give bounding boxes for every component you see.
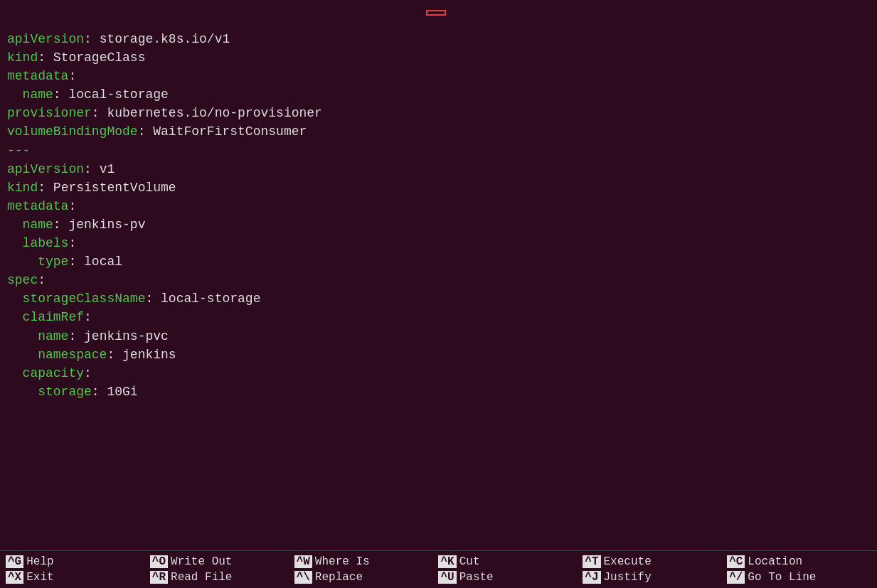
shortcut-label: Location bbox=[748, 555, 802, 568]
shortcut-key: ^R bbox=[150, 571, 168, 584]
editor-line: namespace: jenkins bbox=[7, 346, 870, 364]
editor-line: apiVersion: v1 bbox=[7, 160, 870, 178]
yaml-value: StorageClass bbox=[53, 50, 146, 65]
yaml-sep: : bbox=[53, 218, 69, 232]
editor-line: name: jenkins-pv bbox=[7, 215, 870, 234]
yaml-key: spec bbox=[7, 273, 38, 287]
yaml-sep: : bbox=[84, 162, 100, 176]
yaml-sep: : bbox=[145, 292, 161, 306]
shortcut-key: ^W bbox=[294, 555, 312, 568]
yaml-value: PersistentVolume bbox=[53, 181, 176, 195]
shortcut-label: Replace bbox=[315, 571, 363, 584]
editor-line: capacity: bbox=[7, 364, 870, 383]
shortcut-label: Exit bbox=[26, 571, 53, 584]
yaml-sep: : bbox=[68, 329, 84, 343]
yaml-key: kind bbox=[7, 50, 38, 65]
yaml-sep: : bbox=[38, 273, 46, 287]
yaml-value: storage.k8s.io/v1 bbox=[100, 32, 230, 46]
yaml-key: type bbox=[7, 255, 68, 269]
editor-line: name: jenkins-pvc bbox=[7, 327, 870, 346]
yaml-sep: : bbox=[68, 69, 76, 83]
editor-line: type: local bbox=[7, 252, 870, 271]
shortcut-label: Write Out bbox=[171, 555, 232, 568]
shortcut-key: ^X bbox=[6, 571, 23, 584]
footer-item: ^OWrite Out bbox=[150, 555, 280, 568]
editor-line: kind: StorageClass bbox=[7, 48, 870, 67]
yaml-value: local-storage bbox=[68, 87, 168, 102]
shortcut-key: ^G bbox=[6, 555, 23, 568]
editor-line: kind: PersistentVolume bbox=[7, 178, 870, 197]
editor-line: name: local-storage bbox=[7, 85, 870, 104]
editor-line: --- bbox=[7, 141, 870, 160]
shortcut-key: ^O bbox=[150, 555, 168, 568]
shortcut-key: ^/ bbox=[727, 571, 745, 584]
separator-text: --- bbox=[7, 144, 30, 158]
yaml-sep: : bbox=[107, 348, 122, 362]
footer-item: ^KCut bbox=[438, 555, 568, 568]
footer-item: ^UPaste bbox=[438, 571, 568, 584]
yaml-sep: : bbox=[53, 87, 69, 102]
editor-line: labels: bbox=[7, 234, 870, 252]
editor-line: apiVersion: storage.k8s.io/v1 bbox=[7, 30, 870, 48]
yaml-key: capacity bbox=[7, 366, 84, 380]
shortcut-label: Go To Line bbox=[748, 571, 816, 584]
yaml-key: name bbox=[7, 329, 68, 343]
footer-bar: ^GHelp^OWrite Out^WWhere Is^KCut^TExecut… bbox=[0, 550, 877, 588]
shortcut-label: Execute bbox=[604, 555, 652, 568]
yaml-value: WaitForFirstConsumer bbox=[153, 124, 307, 139]
editor-line: provisioner: kubernetes.io/no-provisione… bbox=[7, 104, 870, 122]
yaml-sep: : bbox=[84, 32, 100, 46]
shortcut-label: Where Is bbox=[315, 555, 370, 568]
editor-line: volumeBindingMode: WaitForFirstConsumer bbox=[7, 122, 870, 141]
footer-item: ^\Replace bbox=[294, 571, 425, 584]
yaml-sep: : bbox=[138, 124, 154, 139]
yaml-sep: : bbox=[92, 385, 107, 399]
yaml-key: apiVersion bbox=[7, 32, 84, 46]
header-bar bbox=[0, 0, 877, 26]
yaml-sep: : bbox=[92, 106, 107, 120]
yaml-key: metadata bbox=[7, 199, 68, 213]
yaml-sep: : bbox=[38, 50, 53, 65]
shortcut-key: ^U bbox=[438, 571, 456, 584]
footer-row-1: ^GHelp^OWrite Out^WWhere Is^KCut^TExecut… bbox=[0, 554, 877, 570]
yaml-key: volumeBindingMode bbox=[7, 124, 138, 139]
footer-item: ^WWhere Is bbox=[294, 555, 425, 568]
yaml-key: kind bbox=[7, 181, 38, 195]
shortcut-label: Justify bbox=[604, 571, 652, 584]
yaml-key: provisioner bbox=[7, 106, 92, 120]
yaml-value: local-storage bbox=[161, 292, 260, 306]
yaml-sep: : bbox=[68, 199, 76, 213]
editor-line: metadata: bbox=[7, 197, 870, 215]
yaml-key: namespace bbox=[7, 348, 107, 362]
footer-item: ^JJustify bbox=[583, 571, 713, 584]
shortcut-key: ^\ bbox=[294, 571, 312, 584]
editor-area[interactable]: apiVersion: storage.k8s.io/v1kind: Stora… bbox=[0, 26, 877, 550]
shortcut-label: Read File bbox=[171, 571, 232, 584]
yaml-key: labels bbox=[7, 236, 68, 250]
yaml-value: local bbox=[84, 255, 122, 269]
shortcut-key: ^K bbox=[438, 555, 456, 568]
yaml-sep: : bbox=[68, 236, 76, 250]
footer-row-2: ^XExit^RRead File^\Replace^UPaste^JJusti… bbox=[0, 570, 877, 585]
yaml-value: jenkins bbox=[122, 348, 176, 362]
editor-line: spec: bbox=[7, 271, 870, 289]
yaml-sep: : bbox=[68, 255, 84, 269]
footer-item: ^GHelp bbox=[6, 555, 136, 568]
yaml-key: storage bbox=[7, 385, 92, 399]
yaml-key: name bbox=[7, 218, 53, 232]
shortcut-key: ^T bbox=[583, 555, 600, 568]
footer-item: ^XExit bbox=[6, 571, 136, 584]
editor-line: claimRef: bbox=[7, 308, 870, 326]
shortcut-label: Paste bbox=[459, 571, 494, 584]
footer-item: ^CLocation bbox=[727, 555, 857, 568]
yaml-key: storageClassName bbox=[7, 292, 145, 306]
yaml-sep: : bbox=[84, 310, 92, 324]
shortcut-key: ^J bbox=[583, 571, 600, 584]
editor-line: metadata: bbox=[7, 67, 870, 85]
footer-item: ^RRead File bbox=[150, 571, 280, 584]
yaml-key: name bbox=[7, 87, 53, 102]
yaml-sep: : bbox=[84, 366, 92, 380]
yaml-key: apiVersion bbox=[7, 162, 84, 176]
yaml-value: v1 bbox=[100, 162, 115, 176]
yaml-key: metadata bbox=[7, 69, 68, 83]
